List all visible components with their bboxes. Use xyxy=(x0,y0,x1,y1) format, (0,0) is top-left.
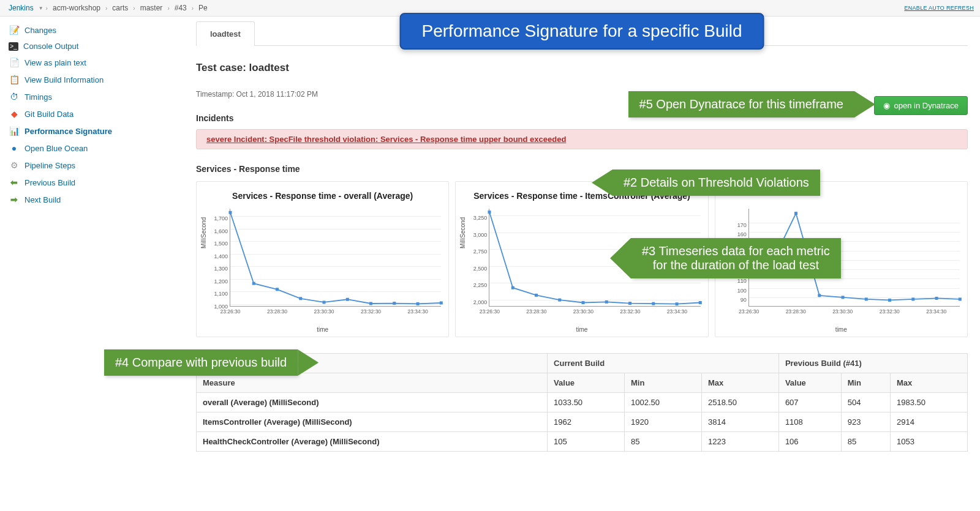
svg-rect-19 xyxy=(699,301,702,304)
sidebar-item-perfsig[interactable]: 📊Performance Signature xyxy=(0,122,184,140)
incident-link[interactable]: severe Incident: SpecFile threshold viol… xyxy=(206,135,566,144)
chart-xlabel: time xyxy=(459,326,704,333)
th-value: Value xyxy=(778,373,841,393)
chevron-icon: › xyxy=(192,5,194,12)
enable-auto-refresh-link[interactable]: ENABLE AUTO REFRESH xyxy=(904,5,974,11)
svg-rect-17 xyxy=(652,302,655,305)
svg-rect-0 xyxy=(228,211,232,214)
table-cell: 1920 xyxy=(625,412,702,432)
table-cell: 923 xyxy=(841,412,890,432)
sidebar-label: Changes xyxy=(24,26,56,35)
metric-heading: Services - Response time xyxy=(196,164,968,174)
sidebar-item-timings[interactable]: ⏱Timings xyxy=(0,88,184,105)
table-cell: 1223 xyxy=(701,432,778,452)
svg-rect-13 xyxy=(559,299,562,302)
sidebar-item-blueocean[interactable]: ●Open Blue Ocean xyxy=(0,140,184,157)
svg-rect-10 xyxy=(488,211,491,214)
table-cell: 1962 xyxy=(548,412,625,432)
sidebar-label: Console Output xyxy=(23,42,78,51)
table-cell: 2914 xyxy=(891,412,968,432)
th-max: Max xyxy=(701,373,778,393)
svg-rect-4 xyxy=(323,300,326,304)
table-row: ItemsController (Average) (MilliSecond)1… xyxy=(197,412,968,432)
th-min: Min xyxy=(625,373,702,393)
chevron-icon: › xyxy=(105,5,107,12)
document-icon: 📄 xyxy=(9,57,20,68)
table-cell: 105 xyxy=(548,432,625,452)
table-cell: 607 xyxy=(778,393,841,412)
sidebar-item-plaintext[interactable]: 📄View as plain text xyxy=(0,54,184,71)
chart-icon: 📊 xyxy=(9,125,20,136)
sidebar-label: Git Build Data xyxy=(24,110,74,119)
open-dynatrace-button[interactable]: ◉ open in Dynatrace xyxy=(874,96,968,115)
table-cell: 1983.50 xyxy=(891,393,968,412)
svg-rect-16 xyxy=(628,302,631,305)
annotation-4: #4 Compare with previous build xyxy=(104,349,298,376)
chart-title: Services - Response time - overall (Aver… xyxy=(200,185,445,206)
sidebar-item-prevbuild[interactable]: ⬅Previous Build xyxy=(0,174,184,191)
sidebar-label: Pipeline Steps xyxy=(24,161,75,170)
sidebar-item-gitdata[interactable]: ◆Git Build Data xyxy=(0,105,184,122)
main-content: Performance Signature for a specific Bui… xyxy=(184,17,980,470)
dynatrace-icon: ◉ xyxy=(883,101,890,110)
sidebar-item-buildinfo[interactable]: 📋View Build Information xyxy=(0,71,184,88)
table-cell: 2518.50 xyxy=(701,393,778,412)
table-cell: 1002.50 xyxy=(625,393,702,412)
chart-overall: Services - Response time - overall (Aver… xyxy=(196,181,449,337)
table-cell: 1053 xyxy=(891,432,968,452)
svg-rect-12 xyxy=(535,294,538,297)
svg-rect-24 xyxy=(841,296,844,299)
dropdown-caret-icon[interactable]: ▼ xyxy=(39,6,43,11)
table-cell: 85 xyxy=(841,432,890,452)
table-cell: 504 xyxy=(841,393,890,412)
breadcrumb-jenkins[interactable]: Jenkins xyxy=(6,2,36,13)
svg-rect-22 xyxy=(794,212,797,215)
svg-rect-8 xyxy=(417,302,420,305)
sidebar-label: View as plain text xyxy=(24,58,86,67)
table-row: HealthCheckController (Average) (MilliSe… xyxy=(197,432,968,452)
breadcrumb-workshop[interactable]: acm-workshop xyxy=(50,2,103,13)
th-value: Value xyxy=(548,373,625,393)
comparison-table: Current Build Previous Build (#41) Measu… xyxy=(196,353,968,452)
open-dynatrace-label: open in Dynatrace xyxy=(894,101,959,110)
annotation-3: #3 Timeseries data for each metric for t… xyxy=(631,238,841,278)
tab-loadtest[interactable]: loadtest xyxy=(196,21,255,46)
sidebar-label: Open Blue Ocean xyxy=(24,144,88,153)
charts-row: Services - Response time - overall (Aver… xyxy=(196,181,968,337)
svg-rect-7 xyxy=(393,302,396,305)
sidebar: 📝Changes >_Console Output 📄View as plain… xyxy=(0,17,184,470)
sidebar-label: View Build Information xyxy=(24,75,104,84)
breadcrumb-page[interactable]: Pe xyxy=(196,2,210,13)
table-row: overall (Average) (MilliSecond)1033.5010… xyxy=(197,393,968,412)
table-cell: 1108 xyxy=(778,412,841,432)
breadcrumb-carts[interactable]: carts xyxy=(110,2,130,13)
sidebar-item-console[interactable]: >_Console Output xyxy=(0,39,184,54)
chart-plot-area: 1,0001,1001,2001,3001,4001,5001,6001,700… xyxy=(230,209,441,307)
sidebar-label: Performance Signature xyxy=(24,127,112,136)
svg-rect-27 xyxy=(911,297,914,300)
table-cell: HealthCheckController (Average) (MilliSe… xyxy=(197,432,548,452)
annotation-2: #2 Details on Threshold Violations xyxy=(612,170,820,196)
sidebar-item-pipeline[interactable]: ⚙Pipeline Steps xyxy=(0,157,184,174)
chevron-icon: › xyxy=(46,5,48,12)
th-previous-group: Previous Build (#41) xyxy=(778,354,967,373)
breadcrumb-items: Jenkins ▼ › acm-workshop › carts › maste… xyxy=(6,2,210,13)
svg-rect-25 xyxy=(864,297,867,300)
svg-rect-29 xyxy=(958,297,961,300)
chevron-icon: › xyxy=(167,5,169,12)
sidebar-item-changes[interactable]: 📝Changes xyxy=(0,21,184,39)
console-icon: >_ xyxy=(9,42,18,51)
breadcrumb-build[interactable]: #43 xyxy=(172,2,189,13)
sidebar-item-nextbuild[interactable]: ➡Next Build xyxy=(0,191,184,208)
breadcrumb-master[interactable]: master xyxy=(138,2,165,13)
svg-rect-23 xyxy=(818,294,821,297)
incident-alert: severe Incident: SpecFile threshold viol… xyxy=(196,129,968,149)
table-cell: 106 xyxy=(778,432,841,452)
svg-rect-14 xyxy=(582,301,585,304)
clipboard-icon: 📋 xyxy=(9,74,20,85)
svg-rect-6 xyxy=(369,302,372,305)
annotation-5: #5 Open Dynatrace for this timeframe xyxy=(628,91,854,117)
chart-xlabel: time xyxy=(200,326,445,333)
chevron-icon: › xyxy=(133,5,135,12)
svg-rect-9 xyxy=(440,301,443,304)
